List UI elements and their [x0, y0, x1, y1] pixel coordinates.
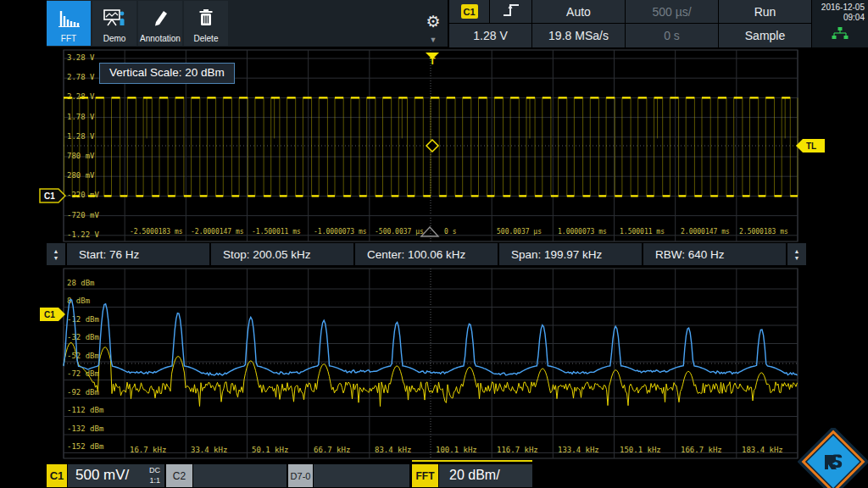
v-label: 1.28 V — [67, 132, 95, 141]
c1-channel-badge[interactable]: C1 — [47, 464, 67, 487]
freq-label: 16.7 kHz — [130, 446, 166, 454]
tooltip-text: Vertical Scale: 20 dBm — [109, 66, 225, 79]
v-label: 2.78 V — [67, 73, 95, 81]
c1-probe-ratio: 1:1 — [149, 476, 160, 485]
pencil-icon — [151, 1, 170, 34]
run-state-cell[interactable]: Run — [719, 0, 811, 23]
time-reference-marker[interactable] — [419, 225, 441, 239]
dbm-label: -72 dBm — [67, 369, 99, 378]
freq-label: 83.4 kHz — [375, 446, 411, 454]
dbm-label: -132 dBm — [67, 424, 103, 433]
trigger-mode-cell[interactable]: Auto — [532, 0, 625, 23]
trigger-level-marker[interactable]: TL — [795, 138, 826, 153]
sample-rate-cell[interactable]: 19.8 MSa/s — [532, 24, 625, 47]
fft-bar-left-spinner[interactable]: ▲▼ — [47, 243, 65, 265]
trigger-level-marker-label: TL — [795, 138, 837, 153]
vertical-scale-tooltip: Vertical Scale: 20 dBm — [99, 63, 235, 84]
trigger-marker-label: T — [424, 56, 441, 66]
oscilloscope-screen: FFT Demo Annotation — [0, 0, 868, 488]
c2-scale-cell[interactable] — [193, 464, 287, 487]
c1-scale-value: 500 mV/ — [75, 467, 129, 484]
digital-channels-cell[interactable] — [314, 464, 409, 487]
fft-badge[interactable]: FFT — [412, 464, 438, 487]
v-label: 280 mV — [67, 171, 95, 180]
c1-offset-marker-label: C1 — [39, 188, 71, 203]
c1-fft-marker-label: C1 — [39, 307, 71, 322]
fft-stop-cell[interactable]: Stop: 200.05 kHz — [211, 243, 353, 265]
c1-channel-offset-marker[interactable]: C1 — [39, 188, 66, 203]
horizontal-position-cell[interactable]: 0 s — [626, 24, 718, 47]
network-icon — [831, 27, 849, 43]
rs-logo — [798, 428, 868, 488]
trigger-level-cell[interactable]: 1.28 V — [449, 24, 531, 47]
freq-label: 50.1 kHz — [252, 446, 288, 454]
v-label: 2.28 V — [67, 92, 95, 101]
t-label: -2.5000183 ms — [130, 228, 183, 236]
fft-info-bar: ▲▼ Start: 76 Hz Stop: 200.05 kHz Center:… — [47, 243, 806, 265]
delete-button[interactable]: Delete — [184, 1, 228, 46]
toolbar-collapse-arrow[interactable]: ▼ — [427, 36, 439, 44]
digital-channels-badge[interactable]: D7-0 — [288, 464, 313, 487]
status-grid: C1 Auto 500 µs/ Run 1.28 V 19.8 MSa/s 0 … — [449, 0, 868, 48]
c1-fft-channel-marker[interactable]: C1 — [39, 307, 66, 322]
t-label: -500.0037 µs — [375, 228, 424, 236]
annotation-button[interactable]: Annotation — [138, 1, 182, 46]
demo-presentation-icon — [103, 1, 126, 34]
datetime-cell[interactable]: 2016-12-05 09:04 — [812, 0, 868, 47]
freq-label: 166.7 kHz — [681, 446, 722, 454]
timebase-cell[interactable]: 500 µs/ — [626, 0, 718, 23]
dbm-label: 8 dBm — [67, 297, 90, 305]
bottom-channel-bar: C1 500 mV/ DC 1:1 C2 D7-0 FFT 20 dBm/ — [0, 462, 868, 488]
demo-button[interactable]: Demo — [92, 1, 136, 46]
freq-label: 133.4 kHz — [558, 446, 599, 454]
fft-scale-value: 20 dBm/ — [449, 468, 500, 483]
v-label: 1.78 V — [67, 113, 95, 121]
trash-icon — [198, 1, 214, 34]
trigger-position-marker[interactable]: T — [424, 48, 441, 69]
trigger-slope-cell[interactable] — [490, 0, 531, 23]
freq-label: 183.4 kHz — [742, 446, 783, 454]
toolbar: FFT Demo Annotation — [0, 0, 449, 48]
t-label: -1.0000073 ms — [314, 228, 367, 236]
v-label: -1.22 V — [67, 230, 99, 239]
c1-coupling: DC — [149, 466, 160, 474]
dbm-label: 28 dBm — [67, 279, 95, 287]
settings-gear-icon[interactable]: ⚙ — [422, 10, 444, 32]
freq-label: 66.7 kHz — [314, 446, 350, 454]
fft-rbw-cell[interactable]: RBW: 640 Hz — [643, 243, 786, 265]
freq-label: 33.4 kHz — [191, 446, 227, 454]
v-label: -220 mV — [67, 191, 99, 199]
date-label: 2016-12-05 — [821, 3, 865, 13]
t-label: -2.0000147 ms — [191, 228, 244, 236]
freq-label: 100.1 kHz — [436, 446, 477, 454]
t-label: -1.500011 ms — [252, 228, 301, 236]
demo-button-label: Demo — [103, 34, 126, 43]
fft-bar-right-spinner[interactable]: ▲▼ — [787, 243, 806, 265]
t-label: 2.0000147 ms — [681, 228, 730, 236]
t-label: 500.0037 µs — [497, 228, 542, 236]
dbm-label: -52 dBm — [67, 352, 99, 360]
acquisition-mode-cell[interactable]: Sample — [719, 24, 811, 47]
fft-scale-cell[interactable]: 20 dBm/ — [439, 464, 532, 487]
t-label: 0 s — [444, 228, 456, 236]
freq-label: 116.7 kHz — [497, 446, 538, 454]
freq-label: 150.1 kHz — [620, 446, 661, 454]
fft-bars-icon — [58, 1, 80, 34]
v-label: -720 mV — [67, 211, 99, 219]
t-label: 1.0000073 ms — [558, 228, 607, 236]
v-label: 3.28 V — [67, 53, 95, 62]
fft-selected-underline — [412, 460, 532, 462]
dbm-label: -32 dBm — [67, 333, 99, 341]
fft-start-cell[interactable]: Start: 76 Hz — [67, 243, 209, 265]
trigger-source-cell[interactable]: C1 — [449, 0, 489, 23]
dbm-label: -152 dBm — [67, 442, 103, 451]
rising-edge-icon — [502, 3, 520, 20]
fft-button[interactable]: FFT — [47, 1, 91, 46]
c1-scale-cell[interactable]: 500 mV/ DC 1:1 — [68, 464, 164, 487]
fft-span-cell[interactable]: Span: 199.97 kHz — [499, 243, 642, 265]
delete-button-label: Delete — [194, 34, 219, 43]
fft-center-cell[interactable]: Center: 100.06 kHz — [355, 243, 498, 265]
v-label: 780 mV — [67, 152, 95, 160]
c2-channel-badge[interactable]: C2 — [166, 464, 192, 487]
fft-button-label: FFT — [61, 34, 76, 43]
